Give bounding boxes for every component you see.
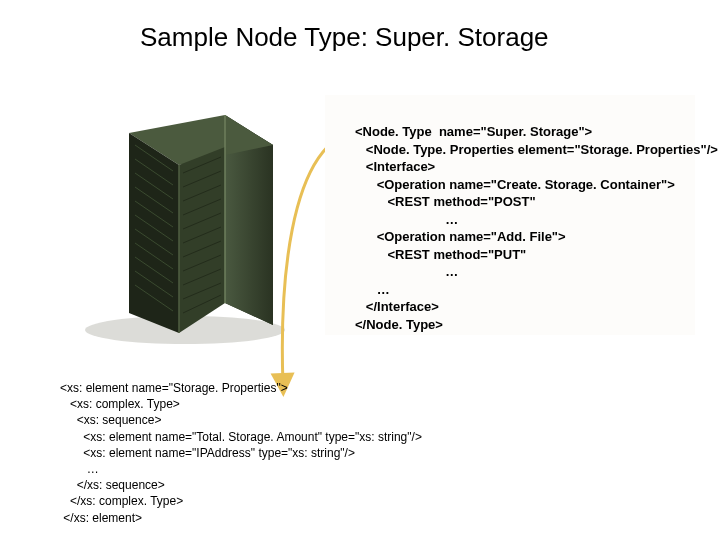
server-rack-image (75, 95, 295, 355)
svg-marker-16 (179, 147, 225, 333)
svg-marker-4 (129, 133, 179, 333)
slide-title: Sample Node Type: Super. Storage (140, 22, 549, 53)
nodetype-xml-block: <Node. Type name="Super. Storage"> <Node… (325, 95, 695, 335)
schema-xml-block: <xs: element name="Storage. Properties">… (60, 380, 600, 526)
